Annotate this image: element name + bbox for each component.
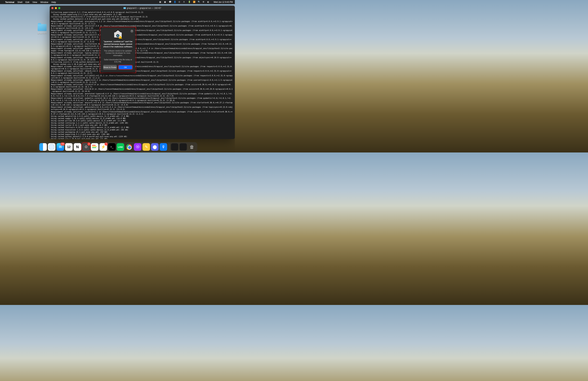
minimize-window-icon[interactable] [55, 7, 57, 9]
dock-trash[interactable]: 🗑 [188, 143, 196, 151]
help-icon[interactable]: ? [130, 30, 133, 33]
messenger-badge: 3 [105, 142, 108, 146]
reminders-icon [92, 145, 97, 149]
terminal-title: grapycal-0 — grapycal run — 192×67 [127, 7, 161, 9]
chrome-icon [126, 144, 132, 150]
stage-manager-icon[interactable]: ▦ [159, 1, 162, 3]
dock: ✉288 12 N ⚙2 ⚡3 >_ LINE ⦿ ✎ ⬤ 🎙 🗑 [38, 142, 197, 152]
maximize-window-icon[interactable] [58, 7, 60, 9]
dock-notion[interactable]: N [74, 143, 81, 151]
ok-button-highlight: OK [118, 65, 133, 70]
terminal-window: grapycal-0 — grapycal run — 192×67 Colle… [50, 6, 235, 139]
dock-voice-memos[interactable]: 🎙 [160, 143, 167, 151]
dock-finder[interactable] [39, 143, 47, 151]
menubar-app-name[interactable]: Terminal [5, 1, 14, 3]
terminal-output[interactable]: Collecting pyparsing>=2.3.1 (from matplo… [50, 10, 235, 139]
menubar-clock[interactable]: Wed Jun 12 9:43 PM [213, 1, 233, 3]
close-window-icon[interactable] [51, 7, 53, 9]
dock-line[interactable]: LINE [117, 143, 124, 151]
dock-terminal[interactable]: >_ [108, 143, 116, 151]
dock-mail[interactable]: ✉288 [57, 143, 64, 151]
dock-notes[interactable]: ✎ [143, 143, 150, 151]
control-center-icon[interactable]: ⚙ [203, 1, 205, 3]
desktop-folder-grapycal[interactable]: grapycal-0 [36, 24, 48, 34]
dock-discord[interactable]: ⬤ [151, 143, 159, 151]
dock-reminders[interactable] [91, 143, 99, 151]
folder-mini-icon [124, 7, 126, 9]
dock-separator [169, 143, 169, 150]
calendar-day: 12 [67, 145, 70, 149]
dock-system-settings[interactable]: ⚙2 [82, 143, 90, 151]
show-in-finder-button[interactable]: Show in Finder [103, 65, 117, 70]
spotlight-icon[interactable]: 🔍 [198, 1, 200, 3]
dock-chrome[interactable] [125, 143, 133, 151]
gatekeeper-dialog: ? "pyarmor_runtime.so" can't be opened b… [101, 28, 135, 72]
dock-safari[interactable] [48, 143, 56, 151]
menu-shell[interactable]: Shell [17, 1, 22, 3]
menu-view[interactable]: View [33, 1, 37, 3]
folder-label: grapycal-0 [36, 32, 48, 34]
dialog-highlight: ? "pyarmor_runtime.so" can't be opened b… [100, 27, 136, 73]
chat-icon[interactable]: 💬 [169, 1, 172, 3]
dock-minimized-window-2[interactable] [180, 143, 187, 151]
dock-podcasts[interactable]: ⦿ [134, 143, 142, 151]
dock-messenger[interactable]: ⚡3 [100, 143, 107, 151]
dock-calendar[interactable]: 12 [65, 143, 73, 151]
user-avatar-icon[interactable]: 👤 [174, 1, 176, 3]
play-icon[interactable]: ⊙ [178, 1, 181, 3]
input-source-icon[interactable]: A [183, 1, 186, 3]
screen-mirror-icon[interactable]: ▣ [164, 1, 167, 3]
mail-badge: 288 [61, 142, 65, 146]
ok-button[interactable]: OK [119, 65, 132, 69]
dialog-text-1: This software needs to be updated. Conta… [103, 50, 133, 57]
compass-icon [49, 144, 55, 150]
wifi-icon[interactable]: 📶 [193, 1, 196, 3]
dock-minimized-window-1[interactable] [171, 143, 178, 151]
menu-window[interactable]: Window [41, 1, 48, 3]
siri-icon[interactable]: ◐ [207, 1, 210, 3]
menu-edit[interactable]: Edit [25, 1, 29, 3]
menu-help[interactable]: Help [51, 1, 56, 3]
menubar: Terminal Shell Edit View Window Help ▦ ▣… [0, 0, 235, 4]
folder-icon [38, 24, 47, 31]
dialog-text-2: Safari downloaded this file today at 9:4… [103, 59, 133, 63]
terminal-titlebar[interactable]: grapycal-0 — grapycal run — 192×67 [50, 6, 235, 10]
settings-badge: 2 [87, 142, 91, 146]
dialog-title: "pyarmor_runtime.so" can't be opened bec… [103, 40, 133, 48]
security-house-icon [114, 31, 122, 39]
battery-icon[interactable]: 🔋 [188, 1, 191, 3]
